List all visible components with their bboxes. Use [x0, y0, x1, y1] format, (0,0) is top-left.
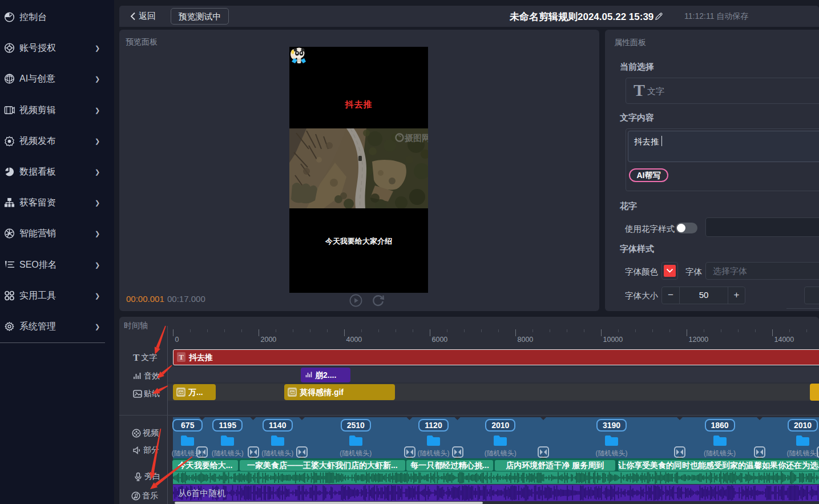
svg-text:10000: 10000	[603, 336, 623, 344]
svg-text:4000: 4000	[346, 336, 362, 344]
svg-text:0: 0	[175, 336, 179, 344]
svg-text:2000: 2000	[261, 336, 277, 344]
svg-text:12000: 12000	[689, 336, 709, 344]
svg-text:摄图网: 摄图网	[404, 133, 428, 143]
svg-text:8000: 8000	[518, 336, 534, 344]
svg-text:14000: 14000	[774, 336, 794, 344]
svg-text:6000: 6000	[432, 336, 448, 344]
